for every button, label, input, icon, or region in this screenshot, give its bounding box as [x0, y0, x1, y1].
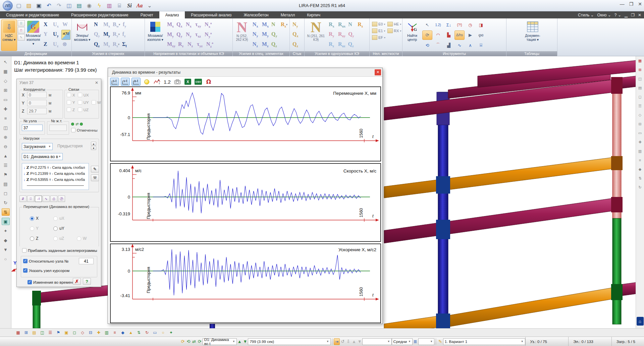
left-tool-5-icon[interactable]: ▭ — [2, 96, 10, 103]
palette-switch-icon[interactable]: ◨ — [476, 20, 486, 29]
panel-help-button[interactable]: ? — [83, 278, 91, 285]
right-tool-15-icon[interactable]: ↻ — [637, 184, 643, 190]
ribbon-result-nx[interactable]: Nx — [185, 20, 194, 30]
relative-node-checkbox[interactable]: Относительно узла № — [23, 259, 68, 263]
tab-dof-icon[interactable]: ⇵ — [19, 196, 26, 202]
ribbon-result-rz[interactable]: Rz — [328, 40, 336, 50]
right-tool-3-icon[interactable]: ◫ — [637, 76, 643, 82]
loadcase-select[interactable]: D1: Динамика во в▼ — [22, 153, 63, 160]
step-down-icon[interactable]: ▼ — [243, 339, 248, 344]
jt-number-input[interactable] — [49, 125, 67, 131]
ribbon-result-τxy[interactable]: τxy — [194, 20, 203, 30]
ribbon-result-qy[interactable]: Qy — [270, 30, 279, 40]
ribbon-result-x[interactable]: X — [43, 20, 51, 30]
history-back-icon[interactable]: ⟳ — [180, 339, 186, 344]
tie-w-checkbox[interactable]: W — [92, 100, 101, 105]
bottom-tool-2-icon[interactable]: ⊞ — [23, 330, 30, 336]
ribbon-result-n[interactable]: N — [270, 20, 279, 30]
stiffness-rx-button[interactable]: RX▾ — [387, 28, 402, 33]
bottom-tool-14-icon[interactable]: ◆ — [119, 330, 126, 336]
up-icon[interactable]: ▲ — [351, 339, 357, 344]
left-tool-7-icon[interactable]: ≡ — [2, 115, 10, 122]
ribbon-result-rux[interactable]: Rux — [337, 20, 346, 30]
right-tool-4-icon[interactable]: ▤ — [637, 85, 643, 91]
ribbon-result-ruz[interactable]: Ruz — [337, 40, 346, 50]
big-n-button[interactable]: NN (252, 262 КЭ) — [234, 19, 250, 51]
minimize-icon[interactable]: — — [620, 1, 625, 7]
mosaic-isofields-button[interactable]: GМозаика/изополя ▾ — [25, 19, 42, 51]
lock-dof-icon[interactable]: ⌸ — [476, 41, 486, 50]
crimson-beam-bottom-left[interactable] — [33, 285, 108, 303]
blue-column[interactable] — [438, 92, 448, 324]
empty-dropdown-2[interactable]: ▼ — [418, 338, 435, 345]
ribbon-result-fz[interactable]: fz — [121, 30, 130, 40]
ribbon-result-ry[interactable]: Ry — [328, 30, 336, 40]
ribbon-result-qy[interactable]: Qy — [347, 30, 356, 40]
stiffness-e1-button[interactable]: E1▾ — [371, 28, 386, 33]
maximize-icon[interactable]: ❐ — [629, 1, 634, 7]
green-column-right[interactable] — [612, 218, 621, 324]
left-tool-9-icon[interactable]: ⊕ — [2, 133, 10, 141]
left-tool-15-icon[interactable]: ◻ — [2, 190, 10, 197]
left-tool-2-icon[interactable]: ▦ — [2, 68, 10, 75]
ribbon-result-mx[interactable]: Mx — [261, 20, 270, 30]
ribbon-result-nz[interactable]: Nz — [252, 40, 260, 50]
tab-6[interactable]: Железобетон — [237, 11, 274, 18]
edit-load-button[interactable]: ⚒ — [91, 175, 99, 181]
frame-color-icon[interactable]: ⌼ — [18, 27, 25, 33]
tab-time-icon[interactable]: ↓t — [35, 196, 42, 202]
dhs-floors-icon[interactable]: Δ/hs — [454, 30, 465, 40]
panel-close-button[interactable]: ✗ — [73, 278, 81, 285]
left-tool-12-icon[interactable]: ☰ — [2, 161, 10, 169]
tie-uz-checkbox[interactable]: UZ — [78, 108, 89, 112]
node-panel-close-icon[interactable]: ✕ — [95, 80, 98, 85]
bottom-tool-11-icon[interactable]: ✚ — [95, 330, 102, 336]
plate-mosaic-button[interactable]: Мозаика/изополя ▾ — [146, 19, 165, 51]
crimson-beam-level3[interactable] — [384, 198, 612, 243]
style-menu[interactable]: Стиль ⌄ — [578, 13, 594, 17]
coordinate-x-input[interactable] — [27, 92, 47, 98]
green-column-left[interactable] — [33, 305, 40, 328]
node-link-icon[interactable]: ⇄ — [71, 122, 83, 126]
prehistory-button[interactable]: Предыстория — [57, 144, 83, 148]
dialog-title-bar[interactable]: Динамика во времени - результаты ✕ — [108, 68, 382, 77]
ribbon-result-ny[interactable]: Ny — [185, 30, 194, 40]
fill-results-icon[interactable]: ▙ — [444, 30, 454, 40]
tie-z-checkbox[interactable]: Z — [67, 108, 75, 112]
variant-dropdown[interactable]: 1. Вариант 1▼ — [443, 338, 525, 345]
animation-player-icon[interactable]: ▶ — [465, 30, 475, 40]
ribbon-result-uy[interactable]: Uy — [52, 30, 61, 40]
radio-uz[interactable]: uZ — [53, 233, 77, 244]
tab-4[interactable]: Анализ — [159, 11, 185, 18]
frame-view-icon[interactable]: ⌻ — [18, 20, 25, 26]
bottom-tool-12-icon[interactable]: ▥ — [103, 330, 110, 336]
left-tool-3-icon[interactable]: ◇ — [2, 77, 10, 84]
ribbon-result-ny[interactable]: Nya — [204, 30, 213, 40]
ribbon-result-z[interactable]: Z — [43, 40, 51, 50]
pin-result-icon[interactable]: ⇥ — [334, 338, 340, 345]
mdi-restore-icon[interactable]: ❐ — [631, 13, 635, 17]
ribbon-result-qx[interactable]: Qx — [175, 20, 184, 30]
graph-21-icon[interactable]: 21 — [153, 78, 161, 86]
right-tool-8-icon[interactable]: ⊟ — [637, 121, 643, 127]
left-tool-4-icon[interactable]: ⊞ — [2, 86, 10, 94]
dialog-close-icon[interactable]: ✕ — [375, 69, 381, 75]
load-kind-select[interactable]: Загружения▼ — [22, 143, 53, 150]
ribbon-result-uz[interactable]: Uz — [52, 40, 61, 50]
bottom-tool-5-icon[interactable]: ☰ — [47, 330, 54, 336]
coordinate-y-input[interactable] — [27, 100, 47, 106]
loadcase-dropdown[interactable]: D1: Динамика во t▼ — [203, 338, 237, 345]
ribbon-result-my[interactable]: My — [166, 30, 175, 40]
right-tool-2-icon[interactable]: ⊞ — [637, 67, 643, 73]
relative-node-input[interactable] — [79, 258, 94, 264]
epures-mosaic-button[interactable]: Эпюры/мозаика ▾ — [73, 19, 92, 51]
ribbon-result-σf[interactable]: Σf — [121, 40, 130, 50]
tab-table-icon[interactable]: ⌻ — [27, 196, 34, 202]
ribbon-result-mz[interactable]: Mz — [261, 40, 270, 50]
sum-loads-icon[interactable]: Σ↓ — [444, 20, 454, 29]
ribbon-result-rz[interactable]: Rz — [177, 40, 186, 50]
coordinate-z-input[interactable] — [27, 108, 47, 114]
window-menu[interactable]: Окно ⌄ — [597, 13, 611, 17]
averaging-dropdown[interactable]: Средни▼ — [392, 338, 413, 345]
ribbon-result-ux[interactable]: Ux — [52, 20, 61, 30]
